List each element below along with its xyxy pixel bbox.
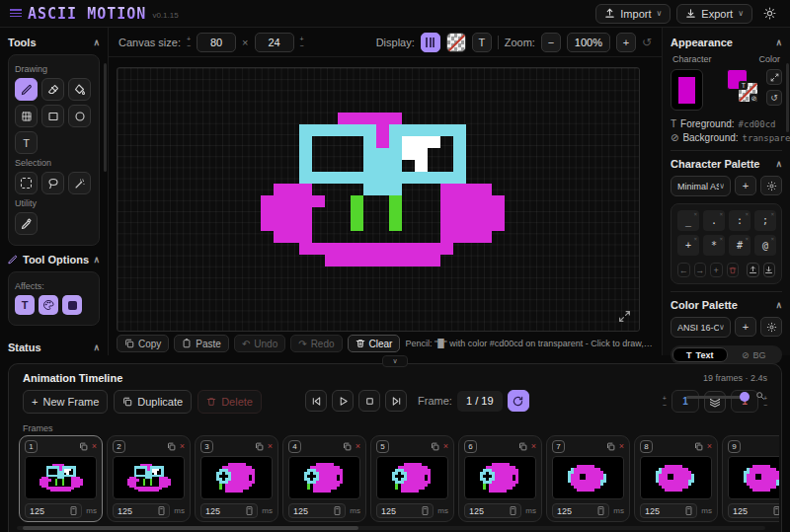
next-character-button[interactable]: → — [694, 263, 707, 277]
copy-button[interactable]: Copy — [117, 335, 169, 352]
zoom-in-button[interactable]: + — [616, 33, 636, 52]
width-stepper[interactable]: +− — [187, 37, 191, 48]
remove-character-icon[interactable]: × — [770, 210, 774, 217]
remove-character-icon[interactable]: × — [693, 235, 697, 242]
frame-duration-input[interactable]: 125 — [25, 503, 82, 518]
duplicate-frame-button[interactable]: Duplicate — [114, 390, 192, 414]
delete-frame-icon[interactable]: × — [180, 442, 185, 451]
delete-frame-icon[interactable]: × — [268, 442, 273, 451]
clear-button[interactable]: Clear — [348, 335, 401, 352]
zoom-value[interactable]: 100% — [567, 33, 610, 52]
expand-canvas-icon[interactable] — [618, 310, 631, 323]
palette-character[interactable]: ;× — [754, 210, 776, 231]
duplicate-frame-icon[interactable] — [606, 442, 615, 451]
keypad-icon[interactable] — [773, 506, 779, 515]
palette-character[interactable]: _× — [677, 210, 699, 231]
keypad-icon[interactable] — [597, 506, 604, 515]
text-tool-button[interactable]: T — [15, 131, 38, 154]
duplicate-frame-icon[interactable] — [518, 442, 527, 451]
download-palette-button[interactable] — [763, 263, 776, 277]
rect-fill-tool-button[interactable] — [15, 105, 38, 127]
canvas-height-input[interactable]: 24 — [255, 33, 294, 52]
remove-character-icon[interactable]: × — [693, 210, 697, 217]
pencil-tool-button[interactable] — [15, 78, 38, 101]
reset-colors-button[interactable]: ↺ — [766, 90, 782, 106]
frame-duration-input[interactable]: 125 — [728, 503, 779, 518]
keypad-icon[interactable] — [158, 506, 165, 515]
remove-character-icon[interactable]: × — [745, 210, 749, 217]
duplicate-frame-icon[interactable] — [167, 442, 176, 451]
add-character-palette-button[interactable]: + — [735, 176, 756, 195]
frames-scrollbar-track[interactable] — [17, 526, 765, 530]
remove-character-icon[interactable]: × — [719, 210, 723, 217]
frame-card[interactable]: 1×125ms — [19, 435, 103, 522]
export-button[interactable]: Export ∨ — [676, 4, 752, 24]
collapse-timeline-tab[interactable]: ∨ — [382, 355, 408, 367]
frame-card[interactable]: 2×125ms — [107, 435, 191, 522]
frame-duration-input[interactable]: 125 — [640, 503, 697, 518]
onion-prev-count[interactable]: 1 — [672, 390, 699, 413]
remove-character-icon[interactable]: × — [745, 235, 749, 242]
add-character-button[interactable]: + — [710, 263, 723, 277]
remove-character-icon[interactable]: × — [719, 235, 723, 242]
keypad-icon[interactable] — [334, 506, 341, 515]
duplicate-frame-icon[interactable] — [255, 442, 264, 451]
frame-duration-input[interactable]: 125 — [376, 503, 434, 518]
tools-header[interactable]: Tools ∧ — [8, 37, 100, 48]
import-button[interactable]: Import ∨ — [595, 4, 671, 24]
frame-duration-input[interactable]: 125 — [552, 503, 609, 518]
delete-frame-icon[interactable]: × — [443, 442, 448, 451]
frame-size-slider[interactable] — [686, 396, 748, 399]
rectangle-tool-button[interactable] — [41, 105, 64, 127]
character-palette-header[interactable]: Character Palette ∧ — [671, 158, 782, 170]
delete-frame-icon[interactable]: × — [531, 442, 536, 451]
tool-options-header[interactable]: Tool Options ∧ — [8, 254, 100, 266]
grid-display-toggle[interactable] — [421, 33, 440, 52]
right-sidebar-scrollbar[interactable] — [786, 63, 789, 132]
keypad-icon[interactable] — [422, 506, 429, 515]
frame-card[interactable]: 3×125ms — [195, 435, 278, 522]
frames-scrollbar-thumb[interactable] — [23, 526, 358, 530]
delete-character-button[interactable] — [727, 263, 740, 277]
transparency-display-toggle[interactable] — [446, 33, 466, 52]
duplicate-frame-icon[interactable] — [694, 442, 703, 451]
swap-colors-button[interactable] — [766, 69, 782, 85]
eyedropper-tool-button[interactable] — [15, 212, 38, 235]
palette-character[interactable]: #× — [729, 235, 750, 256]
upload-palette-button[interactable] — [747, 263, 759, 277]
affects-color-toggle[interactable] — [39, 295, 58, 315]
loop-toggle-button[interactable] — [508, 390, 529, 412]
prev-character-button[interactable]: ← — [677, 263, 690, 277]
text-color-tab[interactable]: T Text — [672, 347, 728, 362]
remove-character-icon[interactable]: × — [770, 235, 774, 242]
frame-duration-input[interactable]: 125 — [288, 503, 346, 518]
frame-card[interactable]: 7×125ms — [546, 435, 630, 522]
height-stepper[interactable]: +− — [300, 37, 304, 48]
palette-character[interactable]: *× — [703, 235, 725, 256]
background-value[interactable]: transparent — [743, 133, 790, 143]
frame-duration-input[interactable]: 125 — [200, 503, 258, 518]
frame-duration-input[interactable]: 125 — [464, 503, 521, 518]
left-sidebar-scrollbar[interactable] — [104, 63, 107, 172]
frame-card[interactable]: 9×125ms — [722, 435, 779, 522]
keypad-icon[interactable] — [246, 506, 253, 515]
character-palette-select[interactable]: Minimal ASC ∨ — [671, 176, 731, 196]
theme-toggle-button[interactable] — [758, 4, 780, 24]
paste-button[interactable]: Paste — [174, 335, 229, 352]
skip-to-end-button[interactable] — [385, 390, 407, 412]
eraser-tool-button[interactable] — [41, 78, 64, 101]
delete-frame-icon[interactable]: × — [356, 442, 360, 451]
ellipse-tool-button[interactable] — [68, 105, 91, 127]
color-palette-settings-button[interactable] — [760, 317, 782, 337]
bg-color-tab[interactable]: ⊘ BG — [728, 347, 781, 362]
foreground-swatch[interactable]: T — [727, 69, 748, 90]
palette-character[interactable]: +× — [677, 235, 699, 256]
duplicate-frame-icon[interactable] — [79, 442, 88, 451]
character-preview[interactable] — [671, 69, 703, 111]
palette-character[interactable]: @× — [754, 235, 776, 256]
redo-button[interactable]: ↷ Redo — [290, 335, 342, 352]
duplicate-frame-icon[interactable] — [343, 442, 352, 451]
fill-bucket-tool-button[interactable] — [68, 78, 91, 101]
slider-knob[interactable] — [740, 392, 750, 402]
canvas-width-input[interactable]: 80 — [197, 33, 236, 52]
